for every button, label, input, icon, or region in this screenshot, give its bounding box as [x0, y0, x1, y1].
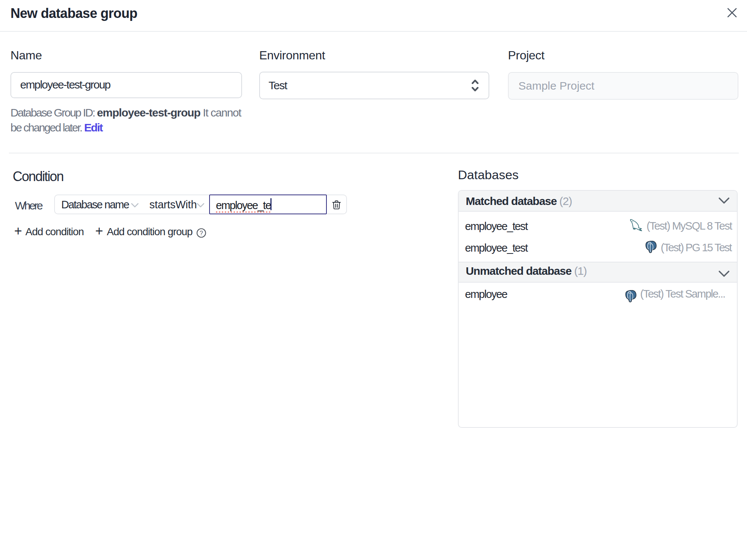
- svg-text:?: ?: [200, 230, 203, 236]
